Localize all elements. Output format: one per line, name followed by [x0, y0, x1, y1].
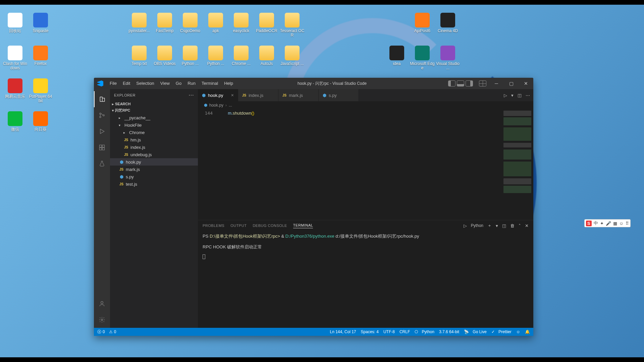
desktop-icon[interactable]: Firefox	[28, 46, 53, 66]
minimize-button[interactable]: ─	[489, 78, 504, 89]
status-lncol[interactable]: Ln 144, Col 17	[330, 329, 356, 334]
desktop-folder[interactable]: Python ...	[178, 46, 203, 66]
accounts-icon[interactable]	[94, 296, 110, 312]
desktop-icon[interactable]: 回收站	[3, 13, 28, 33]
menu-view[interactable]: View	[157, 78, 173, 89]
terminal-shell-label[interactable]: Python	[471, 223, 483, 228]
tree-file[interactable]: JS undebug.js	[110, 151, 198, 158]
tree-folder-hookfile[interactable]: ▾ HookFile	[110, 121, 198, 129]
customize-layout-icon[interactable]	[479, 80, 486, 86]
status-python-version[interactable]: 3.7.6 64-bit	[439, 329, 459, 334]
menu-file[interactable]: File	[107, 78, 120, 89]
desktop-icon[interactable]: idea	[384, 46, 409, 66]
desktop-folder[interactable]: apk	[203, 13, 228, 33]
status-feedback-icon[interactable]: ☺	[516, 329, 520, 334]
run-dropdown-icon[interactable]: ▾	[511, 93, 514, 98]
desktop-folder[interactable]: Chrome ...	[229, 46, 254, 66]
menu-selection[interactable]: Selection	[133, 78, 157, 89]
desktop-icon[interactable]: Clash for Windows	[3, 46, 28, 70]
desktop-icon[interactable]: Visual Studio ...	[435, 46, 460, 70]
tree-folder-chrome[interactable]: ▸ Chrome	[110, 129, 198, 136]
ime-item[interactable]: 中	[594, 220, 598, 226]
settings-gear-icon[interactable]	[94, 312, 110, 328]
tree-file[interactable]: JS mark.js	[110, 166, 198, 173]
close-button[interactable]: ✕	[519, 78, 533, 89]
panel-tab-terminal[interactable]: TERMINAL	[293, 223, 313, 228]
desktop-icon[interactable]: Microsoft Edge	[410, 46, 435, 70]
desktop-icon[interactable]: 微信	[3, 111, 28, 132]
status-spaces[interactable]: Spaces: 4	[361, 329, 379, 334]
menu-go[interactable]: Go	[173, 78, 184, 89]
tab-spy[interactable]: ⬢ s.py	[319, 89, 359, 101]
desktop-folder[interactable]: OBS Videos	[152, 46, 177, 66]
status-eol[interactable]: CRLF	[399, 329, 410, 334]
menu-run[interactable]: Run	[184, 78, 199, 89]
code-area[interactable]: 144 m.shutdown()	[198, 109, 533, 220]
explorer-icon[interactable]	[94, 91, 110, 107]
panel-tab-output[interactable]: OUTPUT	[230, 224, 247, 228]
tree-file[interactable]: JS test.js	[110, 180, 198, 188]
explorer-more-icon[interactable]: ⋯	[189, 92, 194, 98]
tree-file[interactable]: ⬢ s.py	[110, 173, 198, 180]
menu-edit[interactable]: Edit	[120, 78, 133, 89]
ime-item[interactable]: 🎤	[606, 221, 611, 226]
split-editor-icon[interactable]: ◫	[518, 93, 522, 98]
ime-item[interactable]: ⠿	[626, 221, 629, 226]
menu-terminal[interactable]: Terminal	[199, 78, 221, 89]
desktop-icon[interactable]: Snipaste	[28, 13, 53, 33]
status-prettier[interactable]: ✓ Prettier	[491, 329, 512, 334]
extensions-icon[interactable]	[94, 139, 110, 156]
status-encoding[interactable]: UTF-8	[383, 329, 395, 334]
tree-file-hookpy[interactable]: ⬢ hook.py	[110, 158, 198, 166]
tree-folder-pycache[interactable]: ▸ __pycache__	[110, 114, 198, 121]
split-terminal-icon[interactable]: ◫	[502, 223, 506, 228]
run-debug-icon[interactable]	[94, 123, 110, 139]
desktop-folder[interactable]: Python ...	[203, 46, 228, 66]
desktop-folder[interactable]: Temp txt	[127, 46, 152, 66]
source-control-icon[interactable]	[94, 107, 110, 123]
code-line[interactable]: m.shutdown()	[217, 109, 501, 220]
ime-toolbar[interactable]: S 中 ✦ 🎤 ▦ ☺ ⠿	[584, 219, 631, 227]
ime-item[interactable]: ✦	[600, 221, 604, 226]
desktop-folder[interactable]: CsgoDemo	[178, 13, 203, 33]
tab-indexjs[interactable]: JS index.js	[238, 89, 278, 101]
panel-tab-problems[interactable]: PROBLEMS	[203, 224, 224, 228]
toggle-secondary-icon[interactable]	[466, 80, 473, 86]
run-file-icon[interactable]: ▷	[504, 93, 507, 98]
terminal-dropdown-icon[interactable]: ▾	[496, 223, 498, 228]
desktop-icon[interactable]: PotPlayer 64 bit	[28, 78, 53, 103]
desktop-folder[interactable]: pyinstaller...	[127, 13, 152, 33]
project-section[interactable]: ▾ 闪艺RPC	[110, 107, 198, 114]
desktop-folder[interactable]: PaddleOCR	[254, 13, 279, 33]
status-language[interactable]: ⎔ Python	[415, 329, 434, 334]
terminal[interactable]: PS D:\接单文件\抓包Hook框架\闪艺rpc> & D:/Python37…	[198, 231, 533, 328]
new-terminal-icon[interactable]: ＋	[487, 223, 492, 229]
titlebar[interactable]: File Edit Selection View Go Run Terminal…	[94, 78, 533, 89]
desktop-icon[interactable]: Cinema 4D	[435, 13, 460, 33]
desktop-icon[interactable]: 网易云音乐	[3, 78, 28, 99]
terminal-launch-icon[interactable]: ▷	[464, 223, 467, 228]
breadcrumb[interactable]: ⬢ hook.py › ...	[198, 101, 533, 109]
menu-help[interactable]: Help	[221, 78, 236, 89]
search-section[interactable]: ▸ SEARCH	[110, 101, 198, 107]
tab-markjs[interactable]: JS mark.js	[278, 89, 319, 101]
status-errors[interactable]: ⓧ0	[97, 329, 105, 335]
desktop-folder[interactable]: JavaScript ...	[280, 46, 305, 66]
tree-file[interactable]: JS index.js	[110, 143, 198, 151]
testing-icon[interactable]	[94, 156, 110, 172]
status-bell-icon[interactable]: 🔔	[525, 329, 530, 334]
tab-close-icon[interactable]: ×	[231, 93, 234, 98]
desktop-folder[interactable]: Tesseract OCR	[280, 13, 305, 38]
toggle-panel-icon[interactable]	[457, 80, 464, 86]
desktop-folder[interactable]: AutoJs	[254, 46, 279, 66]
maximize-panel-icon[interactable]: ˄	[519, 223, 521, 228]
close-panel-icon[interactable]: ✕	[525, 223, 529, 228]
desktop-folder[interactable]: FastTemp	[152, 13, 177, 33]
status-warnings[interactable]: ⚠0	[109, 329, 116, 334]
tab-hookpy[interactable]: ⬢ hook.py ×	[198, 89, 238, 101]
tree-file[interactable]: JS hm.js	[110, 136, 198, 143]
editor-more-icon[interactable]: ⋯	[526, 93, 530, 98]
minimap[interactable]	[501, 109, 533, 220]
kill-terminal-icon[interactable]: 🗑	[510, 223, 515, 228]
desktop-icon[interactable]: ApiPost6	[410, 13, 435, 33]
